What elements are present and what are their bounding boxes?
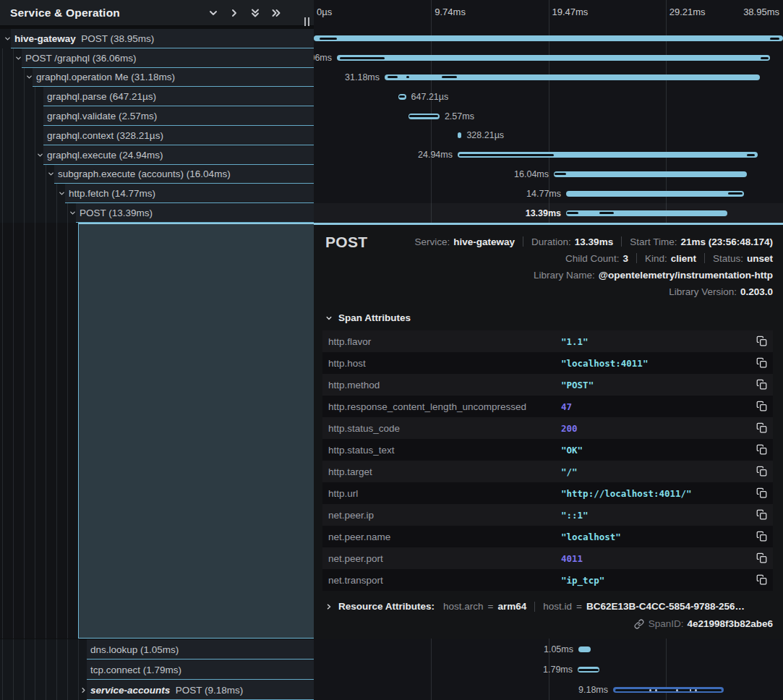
copy-button[interactable] xyxy=(756,509,767,521)
indent-guides xyxy=(2,126,35,145)
bar-mark xyxy=(770,38,779,40)
attribute-key: http.target xyxy=(328,466,372,477)
span-id-label: SpanID: xyxy=(649,618,684,629)
span-duration-bar[interactable] xyxy=(566,191,744,197)
span-row-graphql-parse[interactable]: graphql.parse (647.21µs) xyxy=(0,87,314,106)
copy-button[interactable] xyxy=(756,336,767,347)
ruler-tick: 29.21ms xyxy=(669,7,706,17)
meta-value: hive-gateway xyxy=(453,236,515,247)
meta-label: Child Count: xyxy=(565,253,619,264)
bar-mark-light xyxy=(655,689,656,691)
span-duration-bar[interactable] xyxy=(458,152,758,158)
attribute-value: "::1" xyxy=(561,510,589,521)
double-chevron-down-icon[interactable] xyxy=(249,7,261,19)
copy-button[interactable] xyxy=(756,466,767,477)
span-row-http-fetch[interactable]: http.fetch (14.77ms) xyxy=(0,184,314,203)
span-row-post-selected[interactable]: POST (13.39ms) xyxy=(0,203,314,223)
span-bar-row-http-fetch[interactable]: 14.77ms xyxy=(314,184,783,203)
meta-value: @opentelemetry/instrumentation-http xyxy=(599,270,773,281)
span-attributes-toggle[interactable]: Span Attributes xyxy=(325,312,783,323)
chevron-down-icon[interactable] xyxy=(25,73,33,81)
meta-label: Library Version: xyxy=(669,286,737,297)
span-meta-line: Service:hive-gatewayDuration:13.39msStar… xyxy=(414,234,773,249)
span-duration-bar[interactable] xyxy=(554,171,747,177)
chevron-down-icon[interactable] xyxy=(207,7,219,19)
span-duration-bar[interactable] xyxy=(566,210,727,216)
bar-mark xyxy=(615,689,722,691)
double-chevron-right-icon[interactable] xyxy=(270,7,282,19)
span-row-graphql-operation-me[interactable]: graphql.operation Me (31.18ms) xyxy=(0,68,314,88)
attribute-key: http.response_content_length_uncompresse… xyxy=(328,401,526,412)
chevron-down-icon xyxy=(325,315,333,322)
copy-button[interactable] xyxy=(756,487,767,499)
chevron-down-icon[interactable] xyxy=(58,189,66,197)
span-duration-bar[interactable] xyxy=(314,35,783,41)
span-duration-bar[interactable] xyxy=(398,94,406,100)
meta-divider xyxy=(534,602,535,612)
link-icon[interactable] xyxy=(634,619,644,629)
copy-icon xyxy=(756,466,767,477)
span-bar-row-graphql-validate[interactable]: 2.57ms xyxy=(314,106,783,126)
copy-button[interactable] xyxy=(756,357,767,369)
chevron-right-icon[interactable] xyxy=(228,7,240,19)
copy-button[interactable] xyxy=(756,444,767,456)
span-duration-bar[interactable] xyxy=(578,667,599,673)
span-row-service-accounts-post[interactable]: service-accounts POST (9.18ms) xyxy=(0,680,314,700)
span-duration-bar[interactable] xyxy=(458,132,461,138)
ruler-tick: 19.47ms xyxy=(552,7,589,17)
span-row-graphql-context[interactable]: graphql.context (328.21µs) xyxy=(0,126,314,145)
span-bar-row-graphql-execute[interactable]: 24.94ms xyxy=(314,145,783,165)
span-duration-bar[interactable] xyxy=(408,114,440,119)
span-duration-bar[interactable] xyxy=(613,687,724,693)
bar-mark xyxy=(747,154,755,156)
copy-icon xyxy=(756,401,767,411)
span-bar-row-graphql-operation-me[interactable]: 31.18ms xyxy=(314,68,783,88)
copy-button[interactable] xyxy=(756,531,767,542)
copy-button[interactable] xyxy=(756,422,767,434)
attribute-value: "1.1" xyxy=(561,336,589,347)
chevron-right-icon[interactable] xyxy=(80,686,87,694)
column-resize-handle[interactable] xyxy=(304,17,309,26)
span-bar-row-graphql-context[interactable]: 328.21µs xyxy=(314,126,783,145)
span-bar-row-post-graphql[interactable]: 36.06ms xyxy=(314,48,783,68)
span-bar-row-hive-gateway-post[interactable] xyxy=(314,29,783,48)
copy-button[interactable] xyxy=(756,574,767,586)
copy-button[interactable] xyxy=(756,401,767,412)
span-row-dns-lookup[interactable]: dns.lookup (1.05ms) xyxy=(0,639,314,660)
attribute-value: "ip_tcp" xyxy=(561,575,604,586)
span-bar-row-tcp-connect[interactable]: 1.79ms xyxy=(314,660,783,680)
span-title: POST xyxy=(325,234,367,251)
attribute-key: net.transport xyxy=(328,575,383,586)
copy-button[interactable] xyxy=(756,552,767,564)
chevron-down-icon[interactable] xyxy=(36,151,44,159)
span-bar-row-dns-lookup[interactable]: 1.05ms xyxy=(314,639,783,660)
span-row-subgraph-execute-accounts[interactable]: subgraph.execute (accounts) (16.04ms) xyxy=(0,165,314,184)
resource-attributes-row[interactable]: Resource Attributes: host.arch=arm64host… xyxy=(325,601,783,612)
chevron-down-icon[interactable] xyxy=(47,170,55,178)
chevron-down-icon[interactable] xyxy=(4,35,12,43)
span-duration-bar[interactable] xyxy=(578,646,591,652)
attribute-row: http.url"http://localhost:4011/" xyxy=(322,482,773,504)
equals-sign: = xyxy=(576,601,582,612)
span-row-post-graphql[interactable]: POST /graphql (36.06ms) xyxy=(0,48,314,68)
attribute-key: http.status_text xyxy=(328,445,395,456)
copy-icon xyxy=(756,509,767,520)
span-bar-row-subgraph-execute-accounts[interactable]: 16.04ms xyxy=(314,165,783,184)
span-row-graphql-execute[interactable]: graphql.execute (24.94ms) xyxy=(0,145,314,165)
span-row-graphql-validate[interactable]: graphql.validate (2.57ms) xyxy=(0,106,314,126)
bar-mark xyxy=(761,57,769,59)
attribute-row: http.target"/" xyxy=(322,461,773,482)
span-bar-row-service-accounts-post[interactable]: 9.18ms xyxy=(314,680,783,700)
span-duration-bar[interactable] xyxy=(337,55,770,61)
meta-value: unset xyxy=(747,253,773,264)
chevron-down-icon[interactable] xyxy=(69,209,77,217)
span-row-tcp-connect[interactable]: tcp.connect (1.79ms) xyxy=(0,660,314,680)
span-bar-row-post-selected[interactable]: 13.39ms xyxy=(314,203,783,223)
span-duration-bar[interactable] xyxy=(385,74,760,80)
span-row-label: graphql.operation Me (31.18ms) xyxy=(36,72,175,82)
chevron-down-icon[interactable] xyxy=(14,54,22,62)
span-row-hive-gateway-post[interactable]: hive-gateway POST (38.95ms) xyxy=(0,29,314,48)
copy-button[interactable] xyxy=(756,379,767,390)
span-bar-row-graphql-parse[interactable]: 647.21µs xyxy=(314,87,783,106)
collapse-controls xyxy=(207,7,282,19)
